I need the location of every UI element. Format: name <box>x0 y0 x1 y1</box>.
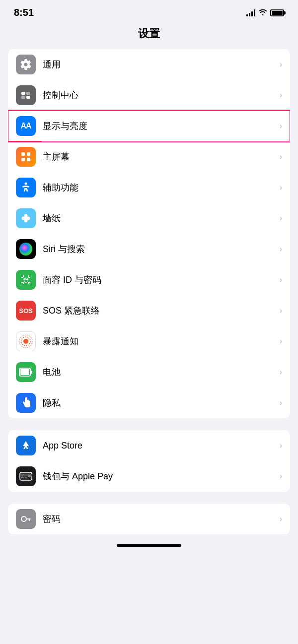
wifi-icon <box>258 8 267 17</box>
grid-icon <box>16 147 36 167</box>
chevron-icon: › <box>280 306 282 315</box>
siri-label: Siri 与搜索 <box>43 243 280 255</box>
settings-item-wallet[interactable]: 钱包与 Apple Pay › <box>8 461 290 492</box>
settings-item-tongyong[interactable]: 通用 › <box>8 49 290 80</box>
settings-item-kongzhizhongxin[interactable]: 控制中心 › <box>8 80 290 111</box>
svg-point-17 <box>23 339 28 344</box>
settings-item-yinsi[interactable]: 隐私 › <box>8 387 290 418</box>
page-title: 设置 <box>0 22 298 49</box>
wallet-icon <box>16 466 36 486</box>
chevron-icon: › <box>280 275 282 284</box>
face-icon <box>16 270 36 290</box>
settings-item-fuzhugongneng[interactable]: 辅助功能 › <box>8 172 290 203</box>
svg-point-13 <box>24 217 27 220</box>
sos-label: SOS 紧急联络 <box>43 305 280 317</box>
svg-rect-25 <box>28 475 31 477</box>
chevron-icon: › <box>280 245 282 254</box>
settings-group-3: 密码 › <box>8 504 290 534</box>
accessibility-icon <box>16 178 36 197</box>
aa-icon: AA <box>16 116 36 136</box>
svg-rect-5 <box>27 152 30 156</box>
settings-item-siri[interactable]: Siri 与搜索 › <box>8 234 290 264</box>
key-icon <box>16 509 36 529</box>
svg-rect-26 <box>21 477 24 478</box>
chevron-icon: › <box>280 91 282 100</box>
settings-group-2: App Store › 钱包与 Apple Pay › <box>8 430 290 492</box>
siri-icon <box>16 239 36 259</box>
home-bar <box>117 544 181 547</box>
status-icons <box>246 8 284 17</box>
chevron-icon: › <box>280 441 282 450</box>
svg-point-14 <box>19 243 32 256</box>
dianci-label: 电池 <box>43 366 280 378</box>
mima-label: 密码 <box>43 513 280 525</box>
baolu-label: 暴露通知 <box>43 335 280 347</box>
chevron-icon: › <box>280 515 282 523</box>
settings-item-xianshi[interactable]: AA 显示与亮度 › <box>8 111 290 141</box>
svg-point-15 <box>24 279 25 280</box>
settings-item-sos[interactable]: SOS SOS 紧急联络 › <box>8 295 290 326</box>
settings-item-baolu[interactable]: 暴露通知 › <box>8 326 290 357</box>
chevron-icon: › <box>280 368 282 377</box>
settings-group-1: 通用 › 控制中心 › AA 显示与亮度 › <box>8 49 290 418</box>
svg-rect-2 <box>21 96 25 99</box>
svg-point-28 <box>21 516 26 521</box>
chevron-icon: › <box>280 183 282 192</box>
chevron-icon: › <box>280 122 282 130</box>
chevron-icon: › <box>280 152 282 161</box>
settings-item-qiangzhi[interactable]: 墙纸 › <box>8 203 290 234</box>
yinsi-label: 隐私 <box>43 397 280 409</box>
zhupingmu-label: 主屏幕 <box>43 151 280 163</box>
svg-rect-7 <box>27 158 30 161</box>
settings-item-dianci[interactable]: 电池 › <box>8 357 290 387</box>
svg-rect-27 <box>25 477 27 478</box>
status-time: 8:51 <box>14 7 34 18</box>
xianshi-label: 显示与亮度 <box>43 120 280 132</box>
battery-icon <box>270 9 284 16</box>
svg-point-8 <box>25 183 27 185</box>
settings-item-mima[interactable]: 密码 › <box>8 504 290 534</box>
signal-icon <box>246 9 255 16</box>
gear-icon <box>16 55 36 74</box>
svg-rect-3 <box>26 96 30 99</box>
tongyong-label: 通用 <box>43 59 280 70</box>
svg-rect-4 <box>21 152 25 156</box>
sos-icon: SOS <box>16 301 36 321</box>
exposure-icon <box>16 331 36 351</box>
home-indicator <box>0 534 298 552</box>
svg-rect-6 <box>21 158 25 161</box>
wallet-label: 钱包与 Apple Pay <box>43 470 280 482</box>
settings-item-zhupingmu[interactable]: 主屏幕 › <box>8 141 290 172</box>
settings-item-appstore[interactable]: App Store › <box>8 430 290 461</box>
qiangzhi-label: 墙纸 <box>43 212 280 224</box>
mianrong-label: 面容 ID 与密码 <box>43 274 280 286</box>
toggle-icon <box>16 85 36 105</box>
svg-rect-21 <box>20 369 29 375</box>
svg-rect-22 <box>30 371 32 374</box>
chevron-icon: › <box>280 398 282 407</box>
fuzhugongneng-label: 辅助功能 <box>43 182 280 193</box>
chevron-icon: › <box>280 214 282 223</box>
kongzhizhongxin-label: 控制中心 <box>43 89 280 101</box>
chevron-icon: › <box>280 60 282 69</box>
appstore-label: App Store <box>43 441 280 451</box>
battery-setting-icon <box>16 362 36 382</box>
status-bar: 8:51 <box>0 0 298 22</box>
svg-rect-0 <box>21 92 25 95</box>
hand-icon <box>16 393 36 413</box>
appstore-icon <box>16 436 36 455</box>
chevron-icon: › <box>280 337 282 346</box>
settings-item-mianrong[interactable]: 面容 ID 与密码 › <box>8 264 290 295</box>
flower-icon <box>16 208 36 228</box>
chevron-icon: › <box>280 472 282 481</box>
svg-rect-1 <box>26 92 30 95</box>
svg-point-16 <box>27 279 28 280</box>
